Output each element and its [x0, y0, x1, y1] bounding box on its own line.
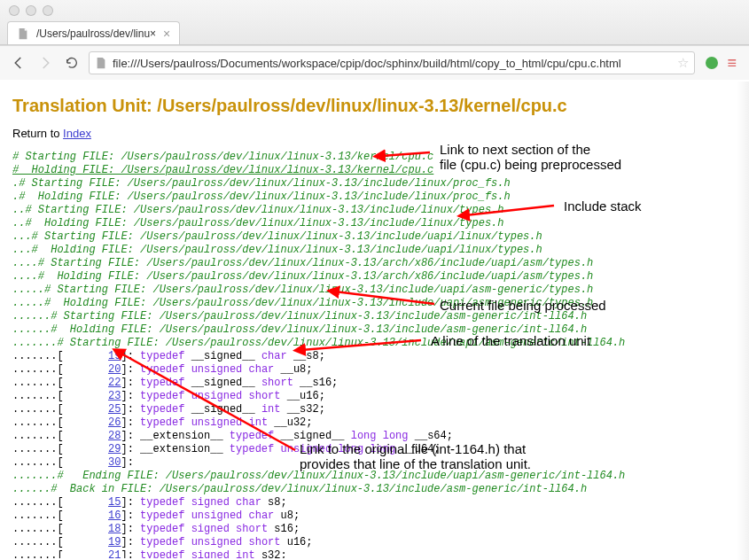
url-bar[interactable]: ☆	[89, 51, 695, 74]
return-line: Return to Index	[12, 127, 737, 140]
minimize-window-icon[interactable]	[26, 5, 36, 16]
line-number-link[interactable]: 30	[108, 456, 121, 469]
hamburger-menu-icon[interactable]: ≡	[727, 55, 737, 71]
bookmark-star-icon[interactable]: ☆	[677, 55, 689, 71]
index-link[interactable]: Index	[63, 127, 91, 140]
reload-button[interactable]	[62, 53, 82, 73]
code-block: # Starting FILE: /Users/paulross/dev/lin…	[12, 151, 737, 558]
line-number-link[interactable]: 18	[108, 523, 121, 535]
line-number-link[interactable]: 16	[108, 509, 121, 522]
browser-chrome: /Users/paulross/dev/linu× ×	[0, 0, 749, 45]
forward-button[interactable]	[35, 53, 55, 73]
tab-title: /Users/paulross/dev/linu×	[36, 27, 156, 40]
line-number-link[interactable]: 26	[108, 416, 121, 429]
page-content: Translation Unit: /Users/paulross/dev/li…	[0, 80, 749, 558]
line-number-link[interactable]: 25	[108, 403, 121, 416]
tab-bar: /Users/paulross/dev/linu× ×	[0, 19, 749, 44]
line-number-link[interactable]: 22	[108, 377, 121, 389]
return-text: Return to	[12, 127, 63, 140]
line-number-link[interactable]: 23	[108, 390, 121, 402]
maximize-window-icon[interactable]	[43, 5, 53, 16]
toolbar-right: ≡	[702, 55, 740, 71]
close-window-icon[interactable]	[9, 5, 20, 16]
window-controls	[0, 0, 749, 19]
file-icon	[17, 27, 29, 40]
line-number-link[interactable]: 20	[108, 363, 121, 376]
scrollbar[interactable]	[737, 82, 749, 560]
page-title: Translation Unit: /Users/paulross/dev/li…	[12, 96, 737, 116]
browser-toolbar: ☆ ≡	[0, 45, 749, 80]
line-number-link[interactable]: 19	[108, 350, 121, 362]
line-number-link[interactable]: 28	[108, 430, 121, 442]
extension-icon[interactable]	[706, 57, 718, 69]
line-number-link[interactable]: 29	[108, 443, 121, 455]
line-number-link[interactable]: 15	[108, 496, 121, 509]
browser-tab[interactable]: /Users/paulross/dev/linu× ×	[7, 21, 180, 44]
url-input[interactable]	[113, 57, 672, 70]
file-icon	[95, 57, 107, 69]
back-button[interactable]	[9, 53, 28, 73]
line-number-link[interactable]: 21	[108, 549, 121, 558]
line-number-link[interactable]: 19	[108, 536, 121, 548]
close-tab-icon[interactable]: ×	[163, 27, 170, 41]
